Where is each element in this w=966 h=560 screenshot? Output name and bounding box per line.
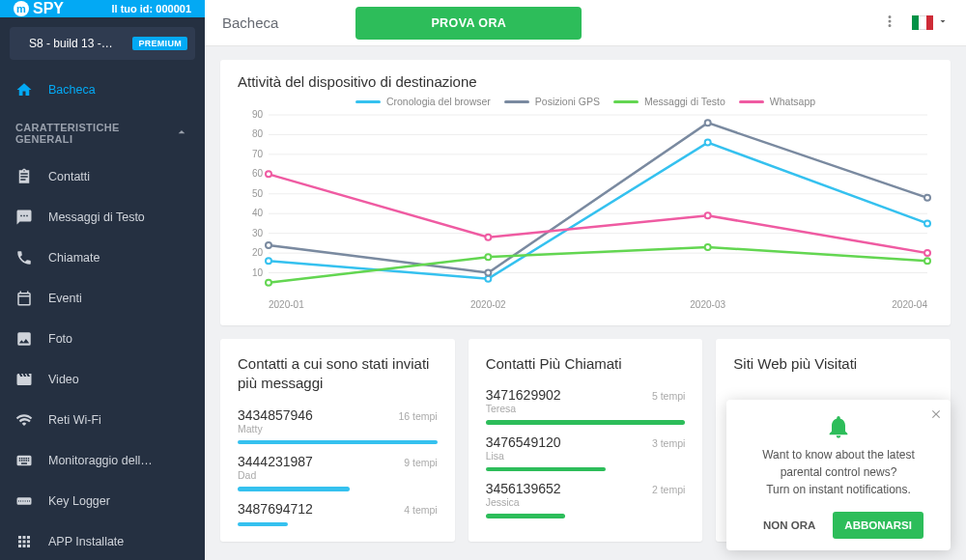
list-item[interactable]: 3444231987 9 tempi Dad — [238, 454, 438, 491]
panel-messaged: Contatti a cui sono stati inviati più me… — [220, 339, 455, 542]
count-label: 9 tempi — [404, 457, 437, 468]
count-label: 16 tempi — [398, 410, 437, 422]
keyboard-alt-icon — [15, 492, 33, 510]
legend-swatch — [613, 100, 639, 103]
language-selector[interactable] — [912, 15, 949, 30]
brand-name: SPY — [33, 0, 64, 17]
legend-item[interactable]: Cronologia del browser — [355, 96, 491, 107]
panel-title: Siti Web più Visitati — [733, 354, 933, 374]
message-icon — [15, 209, 33, 226]
svg-point-25 — [924, 220, 930, 226]
notification-text: Want to know about the latest parental c… — [740, 446, 937, 498]
sidebar-item-monitoraggio[interactable]: Monitoraggio dell… — [0, 440, 205, 481]
sidebar-item-chiamate[interactable]: Chiamate — [0, 238, 205, 278]
calendar-icon — [15, 290, 33, 307]
sidebar-item-contatti[interactable]: Contatti — [0, 156, 205, 197]
svg-point-29 — [924, 195, 930, 201]
sidebar-item-messaggi[interactable]: Messaggi di Testo — [0, 197, 205, 238]
grid-icon — [15, 533, 33, 550]
sidebar-item-label: Video — [48, 373, 79, 386]
bar-track — [486, 467, 686, 472]
page-title: Bacheca — [222, 14, 278, 31]
contact-name: Jessica — [486, 496, 686, 508]
list-item[interactable]: 3434857946 16 tempi Matty — [238, 407, 438, 445]
contact-name: Matty — [238, 423, 438, 434]
sidebar-item-wifi[interactable]: Reti Wi-Fi — [0, 400, 205, 440]
bar-track — [238, 487, 438, 491]
sidebar-item-bacheca[interactable]: Bacheca — [0, 70, 205, 110]
legend-item[interactable]: Posizioni GPS — [504, 96, 600, 107]
svg-point-24 — [705, 140, 711, 146]
sidebar-item-label: Reti Wi-Fi — [48, 413, 101, 427]
svg-point-23 — [485, 276, 491, 282]
sidebar-item-eventi[interactable]: Eventi — [0, 278, 205, 319]
contact-number: 3456139652 — [486, 481, 561, 496]
bar-track — [486, 514, 686, 518]
legend-label: Cronologia del browser — [386, 96, 491, 107]
count-label: 5 tempi — [652, 390, 685, 402]
sidebar-item-foto[interactable]: Foto — [0, 319, 205, 359]
sidebar-item-label: Bacheca — [48, 83, 96, 97]
sidebar-item-label: Foto — [48, 332, 72, 346]
contact-number: 3471629902 — [486, 387, 561, 403]
count-label: 2 tempi — [652, 484, 685, 495]
count-label: 4 tempi — [404, 504, 437, 516]
contact-name: Dad — [238, 469, 438, 481]
svg-point-34 — [266, 171, 271, 177]
topbar: Bacheca PROVA ORA — [205, 0, 966, 46]
svg-point-26 — [266, 242, 271, 248]
panel-called: Contatti Più Chiamati 3471629902 5 tempi… — [469, 339, 703, 542]
svg-point-32 — [705, 244, 711, 250]
contact-name: Lisa — [486, 450, 686, 462]
sidebar-item-keylogger[interactable]: Key Logger — [0, 481, 205, 521]
brand: m SPY — [14, 0, 64, 17]
svg-text:2020-04: 2020-04 — [892, 299, 927, 310]
wifi-icon — [15, 411, 33, 429]
cta-button[interactable]: PROVA ORA — [355, 7, 582, 40]
chevron-down-icon — [937, 15, 949, 30]
list-item[interactable]: 3471629902 5 tempi Teresa — [486, 387, 686, 425]
svg-text:80: 80 — [252, 128, 264, 139]
svg-text:50: 50 — [252, 188, 264, 199]
line-chart: 1020304050607080902020-012020-022020-032… — [238, 109, 933, 312]
bar-track — [238, 440, 438, 445]
chart-card: Attività del dispositivo di destinazione… — [220, 60, 951, 325]
more-icon[interactable] — [881, 13, 898, 33]
svg-text:60: 60 — [252, 168, 264, 179]
legend-item[interactable]: Whatsapp — [739, 96, 815, 107]
main: Bacheca PROVA ORA Attività del dispositi… — [205, 0, 966, 560]
image-icon — [15, 330, 33, 348]
legend-swatch — [739, 100, 764, 103]
close-icon[interactable] — [929, 407, 943, 424]
brand-m-icon: m — [14, 1, 29, 16]
nav-section-general[interactable]: CARATTERISTICHE GENERALI — [0, 110, 205, 156]
list-item[interactable]: 3487694712 4 tempi — [238, 501, 438, 527]
svg-point-27 — [485, 270, 491, 276]
nav-section-label: CARATTERISTICHE GENERALI — [15, 122, 174, 145]
list-item[interactable]: 3476549120 3 tempi Lisa — [486, 434, 686, 472]
svg-text:30: 30 — [252, 228, 264, 238]
italy-flag-icon — [912, 15, 933, 30]
legend-label: Posizioni GPS — [535, 96, 600, 107]
svg-point-37 — [924, 250, 930, 256]
contact-number: 3444231987 — [238, 454, 313, 469]
subscribe-button[interactable]: ABBONARSI — [833, 512, 923, 539]
count-label: 3 tempi — [652, 437, 685, 449]
bar-fill — [238, 487, 350, 491]
list-item[interactable]: 3456139652 2 tempi Jessica — [486, 481, 686, 518]
sidebar-item-label: Key Logger — [48, 494, 110, 508]
phone-icon — [15, 249, 33, 266]
legend-label: Whatsapp — [770, 96, 815, 107]
svg-text:40: 40 — [252, 208, 264, 218]
sidebar-item-video[interactable]: Video — [0, 359, 205, 400]
bar-fill — [486, 514, 566, 518]
not-now-button[interactable]: NON ORA — [753, 512, 825, 539]
svg-text:70: 70 — [252, 149, 264, 159]
sidebar-item-label: APP Installate — [48, 535, 124, 548]
device-selector[interactable]: S8 - build 13 -… PREMIUM — [10, 27, 195, 60]
bar-track — [238, 522, 438, 527]
sidebar-item-label: Chiamate — [48, 251, 100, 265]
sidebar-item-label: Monitoraggio dell… — [48, 454, 153, 467]
legend-item[interactable]: Messaggi di Testo — [613, 96, 725, 107]
sidebar-item-app[interactable]: APP Installate — [0, 521, 205, 560]
